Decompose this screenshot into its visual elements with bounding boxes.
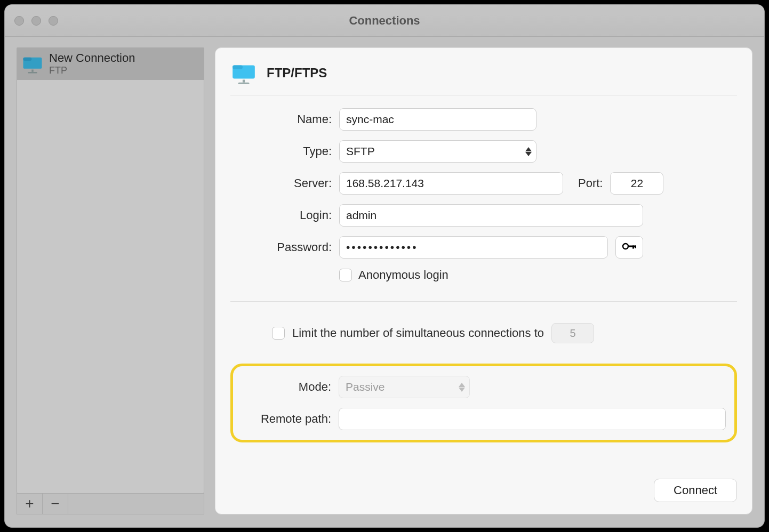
svg-rect-3: [28, 72, 37, 74]
svg-rect-1: [23, 58, 32, 61]
limit-input[interactable]: [551, 323, 594, 343]
connections-window: Connections New Connection FT: [4, 4, 765, 528]
type-select[interactable]: SFTP: [339, 140, 536, 163]
anonymous-checkbox[interactable]: [339, 269, 352, 281]
minimize-window-button[interactable]: [31, 16, 41, 26]
svg-rect-7: [238, 83, 250, 84]
connection-detail-panel: FTP/FTPS Name: Type: SFTP: [215, 47, 752, 514]
svg-marker-8: [525, 147, 532, 151]
server-label: Server:: [230, 176, 332, 190]
svg-marker-14: [459, 383, 465, 387]
svg-rect-6: [243, 80, 245, 83]
connect-button[interactable]: Connect: [654, 479, 737, 502]
divider: [230, 301, 737, 302]
password-label: Password:: [230, 240, 332, 254]
connection-protocol: FTP: [49, 65, 135, 77]
sidebar-footer: + −: [17, 493, 204, 514]
svg-rect-13: [635, 246, 636, 248]
updown-icon: [525, 147, 532, 156]
connection-list-item[interactable]: New Connection FTP: [17, 48, 204, 80]
login-label: Login:: [230, 208, 332, 222]
panel-title: FTP/FTPS: [267, 66, 327, 80]
login-input[interactable]: [339, 204, 643, 227]
port-input[interactable]: [610, 172, 663, 195]
svg-rect-5: [233, 65, 243, 69]
key-icon: [622, 241, 637, 253]
anonymous-label: Anonymous login: [358, 268, 448, 282]
key-button[interactable]: [615, 236, 643, 259]
svg-marker-9: [525, 152, 532, 156]
server-input[interactable]: [339, 172, 563, 195]
port-label: Port:: [578, 176, 603, 190]
window-title: Connections: [5, 14, 764, 28]
svg-point-10: [623, 244, 628, 249]
updown-icon: [459, 383, 465, 392]
name-input[interactable]: [339, 108, 536, 131]
add-connection-button[interactable]: +: [17, 494, 43, 514]
type-value: SFTP: [346, 145, 375, 158]
limit-checkbox[interactable]: [272, 327, 285, 340]
svg-rect-12: [632, 246, 634, 249]
network-folder-icon: [21, 53, 44, 75]
connections-sidebar: New Connection FTP + −: [17, 47, 204, 514]
network-folder-icon: [230, 60, 257, 86]
panel-header: FTP/FTPS: [230, 60, 737, 95]
limit-label: Limit the number of simultaneous connect…: [292, 326, 544, 340]
zoom-window-button[interactable]: [49, 16, 58, 26]
connection-name: New Connection: [49, 51, 135, 65]
name-label: Name:: [230, 112, 332, 126]
type-label: Type:: [230, 144, 332, 158]
mode-label: Mode:: [237, 380, 331, 394]
remove-connection-button[interactable]: −: [43, 494, 68, 514]
remote-path-input[interactable]: [339, 408, 726, 430]
titlebar: Connections: [5, 5, 764, 37]
close-window-button[interactable]: [14, 16, 24, 26]
remote-path-label: Remote path:: [237, 412, 331, 426]
mode-value: Passive: [346, 381, 385, 393]
connections-list[interactable]: New Connection FTP: [17, 47, 204, 493]
svg-rect-2: [31, 69, 34, 71]
highlight-annotation: Mode: Passive Remote path:: [230, 364, 737, 442]
svg-rect-11: [628, 246, 636, 247]
password-input[interactable]: [339, 236, 608, 259]
svg-marker-15: [459, 388, 465, 392]
window-controls: [14, 16, 58, 26]
mode-select[interactable]: Passive: [339, 376, 470, 398]
